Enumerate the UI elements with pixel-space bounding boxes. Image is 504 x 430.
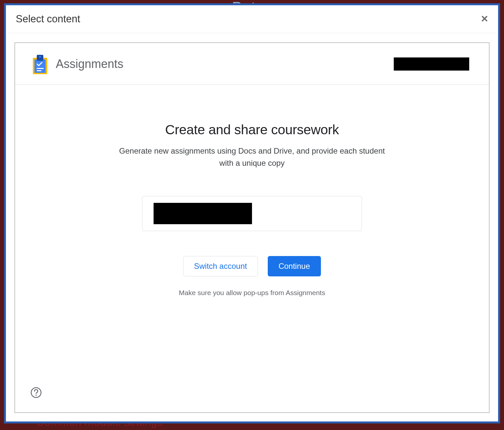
svg-point-3 [39,56,41,58]
close-icon[interactable]: ✕ [481,14,488,24]
main-content: Create and share coursework Generate new… [15,85,489,412]
switch-account-button[interactable]: Switch account [183,256,258,276]
svg-rect-5 [37,70,41,71]
modal-header: Select content ✕ [7,7,497,33]
page-heading: Create and share coursework [165,122,339,138]
page-subheading: Generate new assignments using Docs and … [117,145,387,169]
redacted-user-info [394,57,469,71]
modal-title: Select content [16,13,80,25]
continue-button[interactable]: Continue [268,256,321,276]
svg-point-7 [35,395,36,396]
popup-hint: Make sure you allow pop-ups from Assignm… [179,289,325,297]
svg-rect-2 [37,55,43,61]
assignments-brand: Assignments [32,54,123,75]
button-row: Switch account Continue [183,256,321,276]
select-content-modal: Select content ✕ Assignments [7,7,497,420]
assignments-icon [32,54,49,75]
frame-container: Assignments Create and share coursework … [7,33,497,420]
svg-rect-4 [37,68,44,69]
help-icon[interactable] [30,387,42,398]
assignments-label: Assignments [56,57,123,71]
assignments-header: Assignments [15,43,489,85]
redacted-account-email [154,203,252,224]
assignments-frame: Assignments Create and share coursework … [14,42,490,413]
account-selector[interactable] [142,196,362,231]
svg-point-6 [31,388,41,398]
